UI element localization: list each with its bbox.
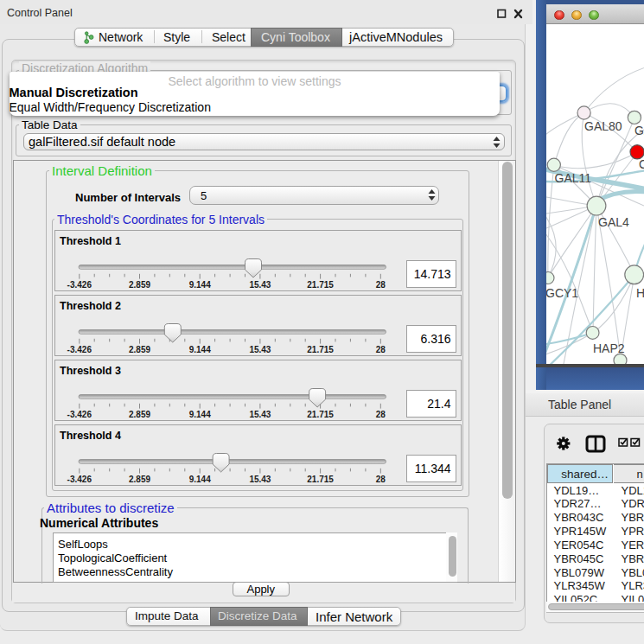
- svg-text:15.43: 15.43: [249, 345, 271, 354]
- svg-text:-3.426: -3.426: [67, 410, 92, 419]
- svg-text:28: 28: [376, 410, 386, 419]
- svg-text:9.144: 9.144: [189, 345, 211, 354]
- svg-text:-3.426: -3.426: [67, 475, 92, 484]
- svg-text:28: 28: [376, 475, 386, 484]
- svg-text:21.715: 21.715: [307, 280, 334, 290]
- svg-text:28: 28: [376, 280, 386, 290]
- svg-text:-3.426: -3.426: [67, 345, 92, 354]
- svg-text:-3.426: -3.426: [67, 280, 92, 290]
- svg-text:9.144: 9.144: [189, 280, 211, 290]
- svg-text:GAL4: GAL4: [598, 215, 629, 229]
- svg-text:21.715: 21.715: [307, 345, 334, 354]
- svg-text:15.43: 15.43: [249, 410, 271, 419]
- svg-text:2.859: 2.859: [129, 280, 150, 290]
- svg-text:H: H: [636, 286, 644, 300]
- svg-text:2.859: 2.859: [129, 410, 150, 419]
- svg-text:GAL80: GAL80: [584, 119, 622, 133]
- svg-text:15.43: 15.43: [249, 475, 271, 484]
- svg-text:15.43: 15.43: [249, 280, 271, 290]
- svg-text:21.715: 21.715: [307, 475, 334, 484]
- svg-text:2.859: 2.859: [129, 345, 150, 354]
- svg-text:HAP2: HAP2: [593, 341, 625, 355]
- svg-text:GA: GA: [634, 124, 644, 137]
- svg-text:2.859: 2.859: [129, 475, 150, 484]
- svg-text:28: 28: [376, 345, 386, 354]
- svg-text:9.144: 9.144: [189, 475, 211, 484]
- svg-text:GCY1: GCY1: [546, 286, 578, 300]
- svg-text:C: C: [639, 157, 644, 171]
- svg-text:GAL11: GAL11: [555, 171, 592, 185]
- svg-text:21.715: 21.715: [307, 410, 334, 419]
- svg-text:9.144: 9.144: [189, 410, 211, 419]
